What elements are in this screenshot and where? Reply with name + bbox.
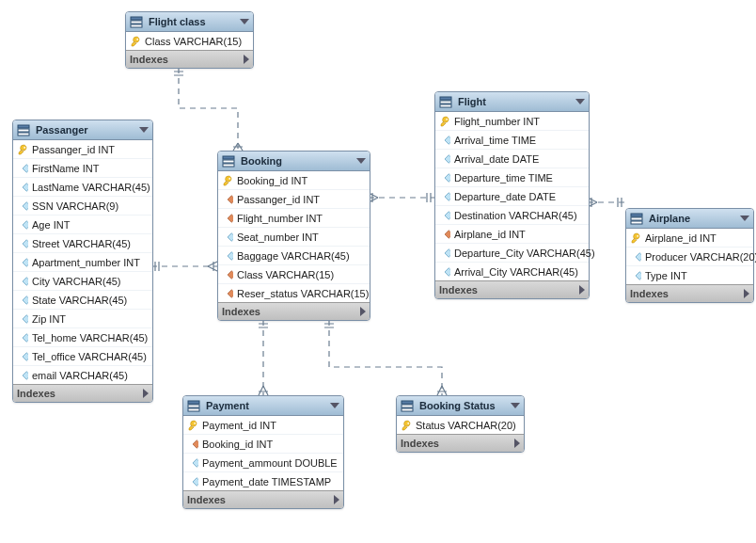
column-row[interactable]: Zip INT xyxy=(13,310,152,328)
table-booking[interactable]: Booking Booking_id INTPassanger_id INTFl… xyxy=(217,151,370,321)
column-row[interactable]: Passanger_id INT xyxy=(13,140,152,159)
chevron-down-icon[interactable] xyxy=(330,403,339,408)
indexes-row[interactable]: Indexes xyxy=(435,280,589,298)
table-icon xyxy=(222,154,235,168)
table-flight[interactable]: Flight Flight_number INTArrival_time TIM… xyxy=(434,91,590,299)
indexes-row[interactable]: Indexes xyxy=(183,490,343,508)
column-row[interactable]: email VARCHAR(45) xyxy=(13,366,152,384)
indexes-row[interactable]: Indexes xyxy=(626,284,753,302)
column-row[interactable]: Flight_number INT xyxy=(218,209,370,228)
column-row[interactable]: Payment_date TIMESTAMP xyxy=(183,472,343,490)
indexes-row[interactable]: Indexes xyxy=(397,434,524,452)
column-row[interactable]: Departure_time TIME xyxy=(435,168,589,187)
column-label: Booking_id INT xyxy=(237,175,307,186)
column-row[interactable]: Payment_ammount DOUBLE xyxy=(183,454,343,472)
column-row[interactable]: Departure_City VARCHAR(45) xyxy=(435,244,589,263)
column-row[interactable]: Class VARCHAR(15) xyxy=(218,265,370,284)
column-row[interactable]: Age INT xyxy=(13,216,152,234)
svg-point-3 xyxy=(136,38,138,40)
column-row[interactable]: Airplane_id INT xyxy=(626,229,753,248)
column-row[interactable]: Baggage VARCHAR(45) xyxy=(218,247,370,265)
chevron-down-icon[interactable] xyxy=(511,403,520,408)
svg-rect-13 xyxy=(23,258,28,265)
attr-diamond-icon xyxy=(17,332,28,343)
table-header[interactable]: Passanger xyxy=(13,120,152,140)
table-header[interactable]: Flight xyxy=(435,92,589,112)
chevron-right-icon xyxy=(744,289,749,298)
svg-rect-15 xyxy=(23,295,28,303)
column-row[interactable]: Flight_number INT xyxy=(435,112,589,131)
indexes-row[interactable]: Indexes xyxy=(126,50,253,68)
column-row[interactable]: Departure_date DATE xyxy=(435,187,589,206)
column-row[interactable]: Seat_number INT xyxy=(218,228,370,247)
attr-diamond-icon xyxy=(630,251,641,263)
table-header[interactable]: Booking Status xyxy=(397,396,524,416)
chevron-down-icon[interactable] xyxy=(575,99,585,104)
chevron-down-icon[interactable] xyxy=(139,127,149,133)
column-row[interactable]: SSN VARCHAR(9) xyxy=(13,197,152,216)
column-row[interactable]: Passanger_id INT xyxy=(218,190,370,209)
column-row[interactable]: FirstName INT xyxy=(13,159,152,178)
column-row[interactable]: Arrival_time TIME xyxy=(435,131,589,150)
column-row[interactable]: Class VARCHAR(15) xyxy=(126,32,253,50)
svg-rect-31 xyxy=(440,101,451,104)
column-row[interactable]: Tel_office VARCHAR(45) xyxy=(13,347,152,366)
column-label: Zip INT xyxy=(32,313,66,325)
attr-diamond-icon xyxy=(439,210,450,221)
column-row[interactable]: Status VARCHAR(20) xyxy=(397,416,524,434)
attr-diamond-icon xyxy=(17,219,28,231)
column-row[interactable]: Apartment_number INT xyxy=(13,253,152,272)
fk-diamond-icon xyxy=(187,439,198,450)
column-row[interactable]: Airplane_id INT xyxy=(435,225,589,244)
column-row[interactable]: Tel_home VARCHAR(45) xyxy=(13,328,152,347)
attr-diamond-icon xyxy=(187,476,198,487)
column-label: Tel_home VARCHAR(45) xyxy=(32,332,148,343)
chevron-down-icon[interactable] xyxy=(240,19,249,24)
column-row[interactable]: Producer VARCHAR(20) xyxy=(626,248,753,266)
columns-list: Airplane_id INTProducer VARCHAR(20)Type … xyxy=(626,229,753,284)
table-payment[interactable]: Payment Payment_id INTBooking_id INTPaym… xyxy=(182,395,344,509)
indexes-row[interactable]: Indexes xyxy=(13,384,152,402)
chevron-right-icon xyxy=(360,307,366,316)
column-label: Arrival_date DATE xyxy=(454,153,539,165)
indexes-row[interactable]: Indexes xyxy=(218,302,370,320)
table-icon xyxy=(17,123,30,136)
table-header[interactable]: Flight class xyxy=(126,12,253,32)
table-header[interactable]: Airplane xyxy=(626,209,753,229)
column-row[interactable]: Reser_status VARCHAR(15) xyxy=(218,284,370,302)
attr-diamond-icon xyxy=(439,266,450,278)
column-row[interactable]: Arrival_date DATE xyxy=(435,150,589,168)
column-row[interactable]: Type INT xyxy=(626,266,753,284)
column-row[interactable]: Destination VARCHAR(45) xyxy=(435,206,589,225)
column-label: FirstName INT xyxy=(32,163,100,174)
chevron-down-icon[interactable] xyxy=(356,158,366,164)
chevron-down-icon[interactable] xyxy=(740,216,749,221)
column-row[interactable]: Booking_id INT xyxy=(183,435,343,454)
svg-rect-19 xyxy=(23,371,28,378)
table-flight-class[interactable]: Flight class Class VARCHAR(15) Indexes xyxy=(125,11,254,69)
fk-diamond-icon xyxy=(222,288,233,299)
column-row[interactable]: State VARCHAR(45) xyxy=(13,291,152,310)
column-row[interactable]: Street VARCHAR(45) xyxy=(13,234,152,253)
column-row[interactable]: City VARCHAR(45) xyxy=(13,272,152,291)
table-header[interactable]: Payment xyxy=(183,396,343,416)
svg-rect-11 xyxy=(23,220,28,228)
attr-diamond-icon xyxy=(17,163,28,174)
attr-diamond-icon xyxy=(17,351,28,362)
column-label: Departure_date DATE xyxy=(454,191,556,202)
table-booking-status[interactable]: Booking Status Status VARCHAR(20) Indexe… xyxy=(396,395,525,453)
fk-diamond-icon xyxy=(439,229,450,240)
table-passanger[interactable]: Passanger Passanger_id INTFirstName INTL… xyxy=(12,120,153,403)
svg-rect-24 xyxy=(228,195,233,202)
column-row[interactable]: Payment_id INT xyxy=(183,416,343,435)
column-label: Arrival_time TIME xyxy=(454,135,536,146)
svg-rect-0 xyxy=(131,17,142,20)
column-row[interactable]: LastName VARCHAR(45) xyxy=(13,178,152,197)
table-header[interactable]: Booking xyxy=(218,152,370,171)
table-title: Booking Status xyxy=(417,400,511,411)
svg-rect-54 xyxy=(193,477,198,485)
column-row[interactable]: Booking_id INT xyxy=(218,171,370,190)
column-row[interactable]: Arrival_City VARCHAR(45) xyxy=(435,263,589,280)
table-airplane[interactable]: Airplane Airplane_id INTProducer VARCHAR… xyxy=(625,208,754,303)
svg-rect-12 xyxy=(23,239,28,247)
